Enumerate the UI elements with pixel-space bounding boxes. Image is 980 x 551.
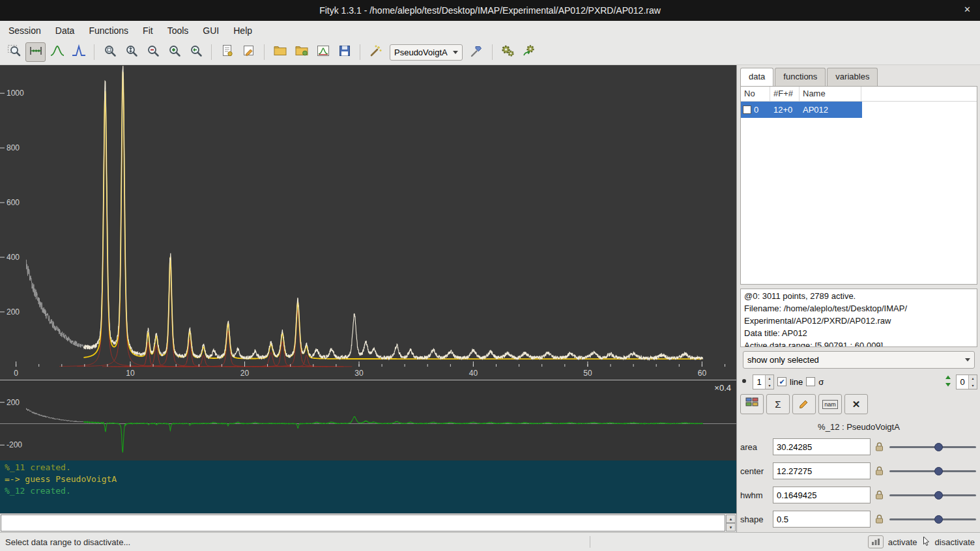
sigma-sum-icon: Σ xyxy=(775,399,781,410)
show-filter-dropdown[interactable]: show only selected xyxy=(743,351,975,369)
dataset-buttons: Σ nam ✕ xyxy=(740,394,977,414)
param-center-slider[interactable] xyxy=(888,465,977,477)
param-hwhm-input[interactable] xyxy=(773,487,871,503)
zoom-vertical-button[interactable] xyxy=(121,42,141,62)
auxiliary-plot[interactable]: 200-200×0.4 xyxy=(0,380,736,460)
meter-icon xyxy=(871,538,880,546)
console-line-1: =-> guess PseudoVoigtA xyxy=(5,473,732,485)
menu-data[interactable]: Data xyxy=(48,23,82,38)
lock-icon[interactable] xyxy=(874,442,884,452)
shift-spinner[interactable]: 0 ▴▾ xyxy=(956,374,977,389)
content-area: 01020304050602004006008001000 200-200×0.… xyxy=(0,65,980,532)
spin-down-icon[interactable]: ▾ xyxy=(969,382,977,389)
zoom-previous-button[interactable] xyxy=(186,42,206,62)
zoom-out-button[interactable] xyxy=(143,42,163,62)
spinner-arrows[interactable]: ▴▾ xyxy=(968,375,977,389)
console-line-2: %_12 created. xyxy=(5,485,732,497)
column-header-no[interactable]: No xyxy=(741,87,770,101)
slider-thumb[interactable] xyxy=(934,491,943,500)
guess-hammer-icon xyxy=(468,43,484,61)
spinner-arrows[interactable]: ▴▾ xyxy=(765,375,773,389)
menu-tools[interactable]: Tools xyxy=(160,23,196,38)
console-line-0: %_11 created. xyxy=(5,462,732,473)
point-size-value: 1 xyxy=(753,375,765,389)
edit-data-button[interactable] xyxy=(792,394,816,414)
zoom-all-button[interactable] xyxy=(100,42,120,62)
point-size-spinner[interactable]: 1 ▴▾ xyxy=(753,374,774,389)
slider-thumb[interactable] xyxy=(934,467,943,475)
add-peak-mode-button[interactable] xyxy=(47,42,67,62)
save-session-button[interactable] xyxy=(334,42,354,62)
param-shape-input[interactable] xyxy=(773,511,871,528)
gear-undo-icon xyxy=(521,43,537,61)
tab-variables[interactable]: variables xyxy=(827,68,878,86)
main-plot[interactable]: 01020304050602004006008001000 xyxy=(0,65,736,380)
status-config-button[interactable] xyxy=(868,535,884,548)
command-input[interactable] xyxy=(1,515,725,531)
lock-icon[interactable] xyxy=(874,466,884,476)
param-hwhm-slider[interactable] xyxy=(888,489,977,501)
edit-script-button[interactable] xyxy=(238,42,259,62)
slider-thumb[interactable] xyxy=(934,515,943,524)
menu-fit[interactable]: Fit xyxy=(136,23,160,38)
param-area-input[interactable] xyxy=(773,438,871,455)
lock-icon[interactable] xyxy=(874,514,884,524)
param-row-center: center xyxy=(740,461,977,481)
export-image-button[interactable] xyxy=(313,42,333,62)
close-button[interactable]: ✕ xyxy=(964,5,971,14)
param-shape-slider[interactable] xyxy=(888,513,977,525)
add-linear-mode-button[interactable] xyxy=(68,42,89,62)
toolbar-separator xyxy=(211,44,212,60)
shift-value: 0 xyxy=(957,375,968,389)
svg-text:×0.4: ×0.4 xyxy=(714,383,731,393)
menubar: Session Data Functions Fit Tools GUI Hel… xyxy=(0,21,980,40)
svg-text:-200: -200 xyxy=(7,440,22,449)
display-controls: 1 ▴▾ ✔ line σ 0 ▴▾ xyxy=(740,373,977,391)
fit-run-button[interactable] xyxy=(498,42,518,62)
column-header-name[interactable]: Name xyxy=(800,87,861,101)
history-down-icon[interactable]: ▾ xyxy=(726,523,736,531)
zoom-previous-icon xyxy=(188,43,204,61)
param-area-slider[interactable] xyxy=(888,441,977,453)
rename-data-button[interactable]: nam xyxy=(818,394,842,414)
dataset-row[interactable]: 0 12+0 AP012 xyxy=(741,102,862,118)
history-spinner[interactable]: ▴▾ xyxy=(726,515,736,531)
zoom-select-mode-button[interactable] xyxy=(4,42,24,62)
dataset-info: @0: 3011 points, 2789 active. Filename: … xyxy=(740,289,977,347)
param-center-input[interactable] xyxy=(773,462,871,479)
fit-undo-button[interactable] xyxy=(519,42,540,62)
chevron-down-icon xyxy=(965,358,970,361)
svg-text:600: 600 xyxy=(7,198,20,207)
sum-data-button[interactable]: Σ xyxy=(766,394,790,414)
spin-down-icon[interactable]: ▾ xyxy=(766,382,773,389)
data-transform-button[interactable] xyxy=(366,42,386,62)
guess-peak-button[interactable] xyxy=(467,42,487,62)
spin-up-icon[interactable]: ▴ xyxy=(766,375,773,382)
lock-icon[interactable] xyxy=(874,490,884,500)
pointer-icon xyxy=(922,536,930,548)
data-range-mode-button[interactable] xyxy=(25,42,46,62)
menu-session[interactable]: Session xyxy=(1,23,48,38)
menu-help[interactable]: Help xyxy=(226,23,259,38)
sidebar: data functions variables No #F+# Name 0 … xyxy=(736,65,980,532)
menu-gui[interactable]: GUI xyxy=(195,23,226,38)
history-up-icon[interactable]: ▴ xyxy=(726,515,736,523)
sigma-checkbox[interactable] xyxy=(806,377,815,386)
delete-data-button[interactable]: ✕ xyxy=(844,394,868,414)
line-checkbox[interactable]: ✔ xyxy=(777,377,786,386)
session-log-button[interactable] xyxy=(217,42,237,62)
menu-functions[interactable]: Functions xyxy=(81,23,136,38)
function-type-dropdown[interactable]: PseudoVoigtA xyxy=(390,44,463,61)
show-filter-value: show only selected xyxy=(747,355,819,365)
slider-thumb[interactable] xyxy=(934,443,943,451)
fit-y-zoom-icon[interactable] xyxy=(944,374,953,389)
duplicate-data-button[interactable] xyxy=(740,394,764,414)
load-data-button[interactable] xyxy=(270,42,290,62)
tab-functions[interactable]: functions xyxy=(775,68,826,86)
dataset-color-swatch[interactable] xyxy=(743,106,751,114)
spin-up-icon[interactable]: ▴ xyxy=(969,375,977,382)
zoom-in-button[interactable] xyxy=(164,42,184,62)
tab-data[interactable]: data xyxy=(740,68,773,86)
column-header-functions[interactable]: #F+# xyxy=(770,87,800,101)
load-data-custom-button[interactable] xyxy=(291,42,311,62)
